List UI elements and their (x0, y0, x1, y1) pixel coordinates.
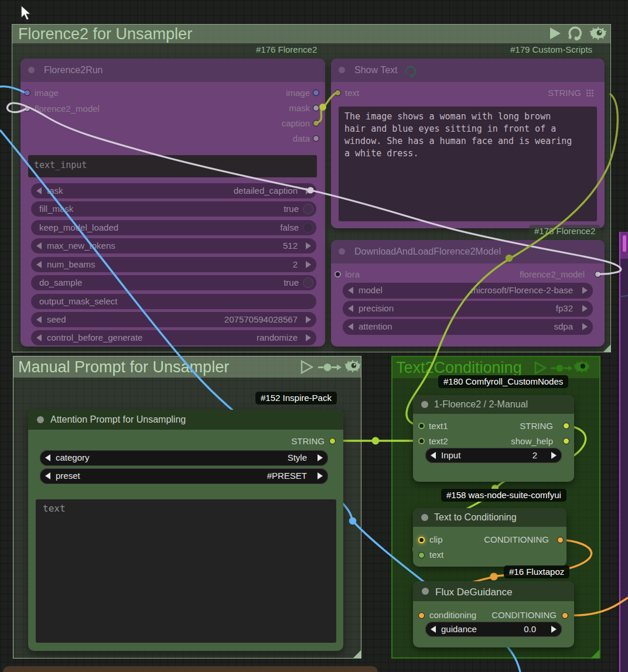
output-port-show-help[interactable] (563, 438, 569, 444)
output-port-string[interactable] (563, 423, 569, 429)
input-port-text[interactable] (335, 90, 341, 96)
group-resize-handle[interactable] (603, 344, 611, 352)
group-eye-icon[interactable] (343, 359, 362, 373)
combo-left-arrow[interactable] (36, 187, 42, 194)
widget-label: max_new_tokens (47, 241, 115, 251)
widget-preset[interactable]: preset #PRESET (40, 468, 328, 484)
string-multi-output-grid-icon[interactable] (586, 89, 594, 97)
widget-fill-mask[interactable]: fill_mask true (31, 201, 316, 217)
collapse-dot-icon[interactable] (422, 588, 429, 595)
widget-value: sdpa (554, 321, 573, 331)
widget-category[interactable]: category Style (40, 450, 328, 466)
group-play-outline-icon[interactable] (534, 361, 547, 375)
number-increment-arrow[interactable] (306, 316, 311, 323)
output-port-image[interactable] (313, 90, 319, 96)
widget-output-mask-select[interactable]: output_mask_select (31, 294, 316, 309)
input-port-image[interactable] (24, 90, 30, 96)
number-decrement-arrow[interactable] (36, 261, 42, 268)
widget-guidance[interactable]: guidance 0.0 (425, 622, 562, 637)
input-port-lora[interactable] (335, 271, 341, 277)
widget-control-before-generate[interactable]: control_before_generate randomize (31, 330, 316, 345)
toggle-dot[interactable] (303, 204, 313, 214)
group-resize-handle[interactable] (591, 650, 599, 659)
combo-left-arrow[interactable] (45, 454, 50, 461)
widget-keep-model-loaded[interactable]: keep_model_loaded false (31, 220, 316, 235)
combo-right-arrow[interactable] (582, 287, 588, 294)
input-port-text[interactable] (418, 552, 425, 558)
show-text-output-textarea[interactable]: The image shows a woman with long brown … (339, 107, 597, 221)
number-decrement-arrow[interactable] (36, 242, 42, 249)
output-port-conditioning[interactable] (557, 537, 564, 543)
group-resize-handle[interactable] (353, 650, 361, 659)
widget-max-new-tokens[interactable]: max_new_tokens 512 (31, 238, 316, 253)
combo-left-arrow[interactable] (348, 287, 353, 294)
combo-right-arrow[interactable] (582, 323, 588, 330)
collapse-dot-icon[interactable] (421, 401, 428, 408)
combo-left-arrow[interactable] (348, 323, 353, 330)
widget-value: 2 (533, 450, 537, 460)
output-port-mask[interactable] (313, 105, 319, 111)
number-increment-arrow[interactable] (551, 626, 557, 633)
combo-right-arrow[interactable] (318, 472, 323, 479)
combo-left-arrow[interactable] (36, 334, 42, 341)
input-port-florence2-model[interactable] (24, 105, 30, 112)
group-eye-icon[interactable] (572, 359, 591, 374)
group-eye-icon[interactable] (588, 26, 608, 41)
toggle-dot[interactable] (303, 222, 313, 233)
collapse-dot-icon[interactable] (28, 67, 35, 73)
collapse-dot-icon[interactable] (339, 67, 345, 73)
toggle-dot[interactable] (303, 277, 313, 288)
output-port-florence2-model[interactable] (595, 271, 601, 277)
widget-task[interactable]: task detailed_caption (31, 183, 316, 198)
node-flux-deguidance[interactable]: Flux DeGuidance conditioning CONDITIONIN… (413, 581, 574, 647)
widget-model[interactable]: model microsoft/Florence-2-base (343, 283, 593, 299)
combo-right-arrow[interactable] (306, 334, 311, 341)
combo-left-arrow[interactable] (348, 305, 353, 312)
output-label: image (286, 88, 310, 98)
widget-attention[interactable]: attention sdpa (343, 319, 593, 335)
input-port-clip[interactable] (418, 537, 425, 543)
group-link-dot-arrow-icon[interactable] (318, 363, 342, 372)
group-run-play-icon[interactable] (550, 27, 561, 40)
node-attention-prompt-for-unsampling[interactable]: Attention Prompt for Unsampling STRING c… (28, 410, 343, 651)
number-decrement-arrow[interactable] (36, 316, 42, 323)
prompt-textarea[interactable]: text (36, 499, 336, 643)
collapse-dot-icon[interactable] (37, 416, 44, 423)
widget-do-sample[interactable]: do_sample true (31, 275, 316, 290)
node-florence2run[interactable]: Florence2Run image florence2_model image… (21, 59, 325, 347)
combo-right-arrow[interactable] (551, 452, 557, 459)
input-port-text1[interactable] (418, 423, 425, 429)
node-text-input-switch[interactable]: 1-Floence2 / 2-Manual text1 STRING text2… (413, 395, 574, 482)
node-id-badge: #16 Fluxtapoz (504, 565, 569, 578)
group-play-outline-icon[interactable] (301, 360, 313, 374)
number-increment-arrow[interactable] (306, 261, 311, 268)
output-port-conditioning[interactable] (562, 612, 568, 619)
group-rerun-cycle-icon[interactable] (567, 26, 585, 40)
input-label: lora (345, 269, 360, 279)
input-label: florence2_model (35, 104, 100, 114)
combo-left-arrow[interactable] (45, 472, 50, 479)
group-link-dot-arrow-icon[interactable] (551, 364, 573, 372)
node-download-and-load-florence2-model[interactable]: DownloadAndLoadFlorence2Model lora flore… (331, 240, 605, 347)
widget-input-select[interactable]: Input 2 (425, 448, 562, 463)
output-port-data[interactable] (313, 135, 319, 142)
node-graph-canvas[interactable]: Florence2 for Unsampler Manual Prompt fo… (0, 0, 628, 672)
node-text-to-conditioning[interactable]: Text to Conditioning clip CONDITIONING t… (413, 508, 566, 567)
collapse-dot-icon[interactable] (339, 248, 345, 255)
number-decrement-arrow[interactable] (431, 626, 436, 633)
combo-right-arrow[interactable] (582, 305, 588, 312)
input-port-text2[interactable] (418, 438, 425, 444)
node-show-text[interactable]: Show Text text STRING The image shows a … (331, 59, 605, 228)
output-port-caption[interactable] (313, 120, 319, 126)
combo-left-arrow[interactable] (431, 452, 436, 459)
text-input-field[interactable]: text_input (28, 155, 317, 177)
widget-seed[interactable]: seed 207570594028567 (31, 312, 316, 327)
combo-right-arrow[interactable] (306, 187, 311, 194)
output-port-string[interactable] (329, 438, 336, 444)
widget-precision[interactable]: precision fp32 (343, 301, 593, 317)
widget-num-beams[interactable]: num_beams 2 (31, 257, 316, 272)
input-port-conditioning[interactable] (418, 612, 425, 619)
number-increment-arrow[interactable] (306, 242, 311, 249)
collapse-dot-icon[interactable] (421, 514, 428, 521)
combo-right-arrow[interactable] (318, 454, 323, 461)
